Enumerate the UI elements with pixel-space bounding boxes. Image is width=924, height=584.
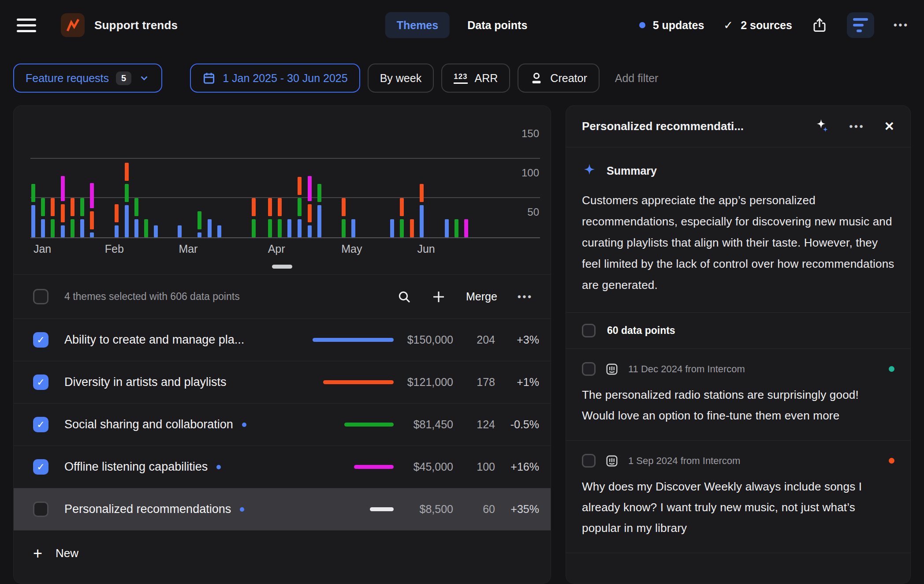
chart-gridline xyxy=(30,158,540,159)
theme-checkbox[interactable]: ✓ xyxy=(33,459,48,475)
chart-bar[interactable] xyxy=(317,184,321,237)
table-more-button[interactable]: ••• xyxy=(518,291,533,303)
metric-label: ARR xyxy=(475,72,498,85)
datapoint-source: 11 Dec 2024 from Intercom xyxy=(628,363,745,375)
theme-checkbox[interactable]: ✓ xyxy=(33,374,48,390)
chart-bar[interactable] xyxy=(308,176,312,237)
select-all-checkbox[interactable] xyxy=(33,289,48,304)
merge-button[interactable]: Merge xyxy=(466,290,497,303)
search-button[interactable] xyxy=(397,290,411,304)
month-label: Feb xyxy=(105,243,124,255)
chart-bar[interactable] xyxy=(115,204,119,237)
chart-bar[interactable] xyxy=(455,219,458,237)
theme-delta: +35% xyxy=(495,503,539,516)
chart-bar-segment-green xyxy=(278,219,282,237)
chart-bar[interactable] xyxy=(90,183,94,237)
chart-bar[interactable] xyxy=(445,219,449,237)
chart-bar[interactable] xyxy=(144,219,148,237)
chart-bar[interactable] xyxy=(80,198,84,237)
theme-checkbox[interactable] xyxy=(33,502,48,517)
chart-bar-segment-blue xyxy=(31,205,35,237)
datapoint-checkbox[interactable] xyxy=(582,362,596,376)
chart-bar-segment-orange xyxy=(125,163,129,181)
chart-bar[interactable] xyxy=(268,198,272,237)
chart-bar-segment-blue xyxy=(90,232,94,237)
chart-bar-segment-blue xyxy=(351,219,355,237)
chart-bar-segment-green xyxy=(31,184,35,202)
chart-bar[interactable] xyxy=(400,198,404,237)
add-theme-button[interactable] xyxy=(432,290,446,304)
chart-bar-segment-blue xyxy=(41,219,45,237)
tab-data-points[interactable]: Data points xyxy=(456,12,539,38)
theme-delta: -0.5% xyxy=(495,418,539,431)
theme-filter-dropdown[interactable]: Feature requests 5 xyxy=(13,64,162,93)
summary-header: Summary xyxy=(566,147,910,178)
add-filter-button[interactable]: Add filter xyxy=(615,72,659,85)
chart-bar[interactable] xyxy=(278,198,282,237)
datapoint-card[interactable]: 11 Dec 2024 from Intercom The personaliz… xyxy=(566,349,910,441)
date-range-button[interactable]: 1 Jan 2025 - 30 Jun 2025 xyxy=(190,64,360,93)
chart-bar[interactable] xyxy=(351,219,355,237)
share-button[interactable] xyxy=(812,17,827,33)
table-actions: Merge ••• xyxy=(397,290,533,304)
panel-close-button[interactable]: ✕ xyxy=(884,119,894,134)
theme-count: 124 xyxy=(453,418,495,431)
main-content: 15010050 JanFebMarAprMayJun 4 themes sel… xyxy=(0,105,924,584)
panel-more-button[interactable]: ••• xyxy=(849,121,864,132)
chart-bar[interactable] xyxy=(390,219,394,237)
chart-bar[interactable] xyxy=(208,219,212,237)
more-options-button[interactable]: ••• xyxy=(894,19,909,31)
chart-bar[interactable] xyxy=(342,198,346,237)
chart-bar[interactable] xyxy=(287,219,291,237)
chart-bar-segment-orange xyxy=(278,198,282,216)
chart-bar[interactable] xyxy=(197,211,201,237)
chart-bar[interactable] xyxy=(410,219,414,237)
chart-bar-segment-green xyxy=(80,198,84,216)
datapoints-select-checkbox[interactable] xyxy=(582,324,596,337)
chart-bar-segment-green xyxy=(144,219,148,237)
trend-line xyxy=(370,507,394,511)
new-theme-button[interactable]: + New xyxy=(14,530,551,576)
creator-filter-button[interactable]: Creator xyxy=(518,64,599,93)
theme-row[interactable]: ✓ Social sharing and collaboration $81,4… xyxy=(14,403,551,445)
filter-toggle-button[interactable] xyxy=(847,12,874,38)
tab-themes[interactable]: Themes xyxy=(385,12,450,38)
chart-bar-segment-green xyxy=(252,219,256,237)
chart-drag-handle[interactable] xyxy=(272,265,292,269)
chart-bar[interactable] xyxy=(71,198,75,237)
chart-bar[interactable] xyxy=(178,225,182,237)
theme-row[interactable]: ✓ Diversity in artists and playlists $12… xyxy=(14,361,551,403)
chart-bar[interactable] xyxy=(51,198,55,237)
chart-bar[interactable] xyxy=(61,176,65,237)
metric-button[interactable]: 123 ARR xyxy=(441,64,510,93)
chart-bar[interactable] xyxy=(420,184,424,237)
chart-bar[interactable] xyxy=(125,163,129,237)
datapoint-checkbox[interactable] xyxy=(582,454,596,468)
theme-row[interactable]: ✓ Ability to create and manage pla... $1… xyxy=(14,318,551,361)
chart-bar-segment-green xyxy=(125,184,129,202)
chart-bar[interactable] xyxy=(252,198,256,237)
hamburger-menu-icon[interactable] xyxy=(17,16,37,34)
month-label: May xyxy=(341,243,362,255)
chart-bar[interactable] xyxy=(154,225,158,237)
chart-bar-segment-green xyxy=(268,219,272,237)
chart-bar[interactable] xyxy=(41,198,45,237)
chart-bar-segment-blue xyxy=(317,205,321,237)
datapoint-card[interactable]: 1 Sep 2024 from Intercom Why does my Dis… xyxy=(566,441,910,553)
updates-chip[interactable]: 5 updates xyxy=(639,19,704,32)
creator-filter-label: Creator xyxy=(550,72,587,85)
theme-checkbox[interactable]: ✓ xyxy=(33,417,48,432)
chart-bar[interactable] xyxy=(31,184,35,237)
chart-bar[interactable] xyxy=(464,219,468,237)
chart-bar[interactable] xyxy=(217,225,221,237)
theme-name-cell: Ability to create and manage pla... xyxy=(64,333,306,347)
chart-bar[interactable] xyxy=(134,198,138,237)
chart-bar[interactable] xyxy=(298,177,302,237)
y-axis-tick-label: 150 xyxy=(522,127,539,140)
ai-sparkles-button[interactable] xyxy=(814,119,830,135)
sources-chip[interactable]: ✓ 2 sources xyxy=(723,19,792,32)
theme-checkbox[interactable]: ✓ xyxy=(33,332,48,348)
theme-row[interactable]: Personalized recommendations $8,500 60 +… xyxy=(14,488,551,530)
granularity-button[interactable]: By week xyxy=(368,64,434,93)
theme-row[interactable]: ✓ Offline listening capabilities $45,000… xyxy=(14,445,551,488)
